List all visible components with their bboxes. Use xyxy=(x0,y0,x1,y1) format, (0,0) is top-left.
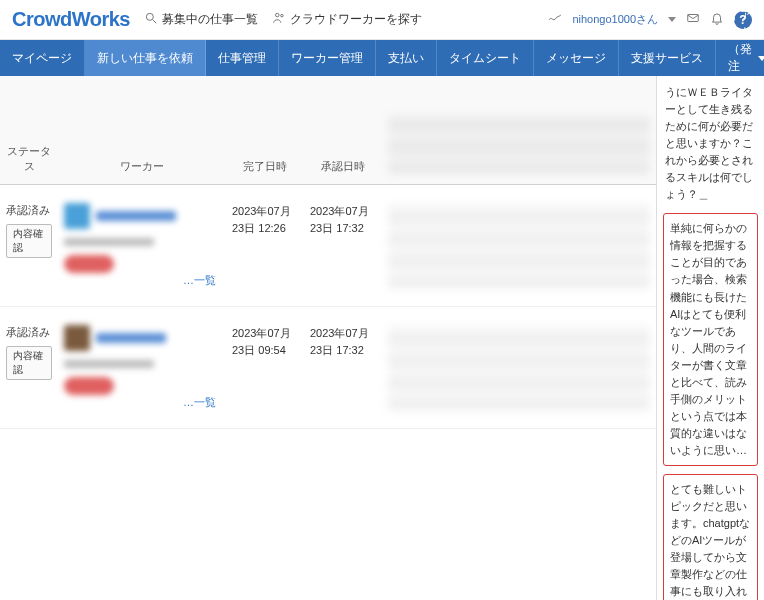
sidebar-answer-2: とても難しいトピックだと思います。chatgptなどのAIツールが登場してから文… xyxy=(663,474,758,600)
username[interactable]: nihongo1000さん xyxy=(572,12,658,27)
pill xyxy=(64,377,114,395)
cell-status: 承認済み 内容確認 xyxy=(0,185,58,306)
nav-new-job[interactable]: 新しい仕事を依頼 xyxy=(85,40,206,76)
confirm-button[interactable]: 内容確認 xyxy=(6,224,52,258)
table-row: 承認済み 内容確認 …一覧 2023年07月23日 12:26 2023年07月… xyxy=(0,185,656,307)
svg-point-0 xyxy=(146,13,153,20)
toplinks: 募集中の仕事一覧 クラウドワーカーを探す xyxy=(144,11,422,28)
table-header: ステータス ワーカー 完了日時 承認日時 xyxy=(0,76,656,185)
svg-point-2 xyxy=(275,13,279,17)
nav-worker-manage[interactable]: ワーカー管理 xyxy=(279,40,376,76)
avatar xyxy=(64,203,90,229)
sidebar-answer-1: 単純に何らかの情報を把握することが目的であった場合、検索機能にも長けたAIはとて… xyxy=(663,213,758,466)
cell-approved: 2023年07月23日 17:32 xyxy=(304,307,382,428)
th-rest xyxy=(382,76,656,184)
pill xyxy=(64,255,114,273)
cell-worker: …一覧 xyxy=(58,307,226,428)
table: ステータス ワーカー 完了日時 承認日時 承認済み 内容確認 …一覧 xyxy=(0,76,656,600)
nav-timesheet[interactable]: タイムシート xyxy=(437,40,534,76)
th-worker: ワーカー xyxy=(58,76,226,184)
person-icon xyxy=(272,11,286,28)
chevron-down-icon xyxy=(758,56,764,61)
logo[interactable]: CrowdWorks xyxy=(12,8,130,31)
svg-rect-4 xyxy=(688,15,699,22)
topbar-right: nihongo1000さん ? xyxy=(548,11,752,29)
find-workers-label: クラウドワーカーを探す xyxy=(290,11,422,28)
status-badge: 承認済み xyxy=(6,203,52,218)
list-link[interactable]: …一覧 xyxy=(183,274,216,286)
table-row: 承認済み 内容確認 …一覧 2023年07月23日 09:54 2023年07月… xyxy=(0,307,656,429)
cell-worker: …一覧 xyxy=(58,185,226,306)
mail-icon[interactable] xyxy=(686,11,700,28)
jobs-link-label: 募集中の仕事一覧 xyxy=(162,11,258,28)
cell-approved: 2023年07月23日 17:32 xyxy=(304,185,382,306)
status-badge: 承認済み xyxy=(6,325,52,340)
jobs-link[interactable]: 募集中の仕事一覧 xyxy=(144,11,258,28)
nav-job-manage[interactable]: 仕事管理 xyxy=(206,40,279,76)
nav-payment[interactable]: 支払い xyxy=(376,40,437,76)
wave-icon xyxy=(548,11,562,28)
cell-done: 2023年07月23日 09:54 xyxy=(226,307,304,428)
sidebar: うにＷＥＢライターとして生き残るために何が必要だと思いますか？これから必要とされ… xyxy=(656,76,764,600)
th-status: ステータス xyxy=(0,76,58,184)
nav-messages[interactable]: メッセージ xyxy=(534,40,619,76)
search-icon xyxy=(144,11,158,28)
confirm-button[interactable]: 内容確認 xyxy=(6,346,52,380)
th-approved: 承認日時 xyxy=(304,76,382,184)
nav-client-menu[interactable]: クライアント（発注者）メニュー xyxy=(716,40,764,76)
topbar: CrowdWorks 募集中の仕事一覧 クラウドワーカーを探す nihongo1… xyxy=(0,0,764,40)
nav-support[interactable]: 支援サービス xyxy=(619,40,716,76)
find-workers-link[interactable]: クラウドワーカーを探す xyxy=(272,11,422,28)
svg-point-3 xyxy=(281,14,284,17)
svg-line-1 xyxy=(153,20,157,24)
cell-status: 承認済み 内容確認 xyxy=(0,307,58,428)
th-done: 完了日時 xyxy=(226,76,304,184)
chevron-down-icon[interactable] xyxy=(668,17,676,22)
list-link[interactable]: …一覧 xyxy=(183,396,216,408)
cell-rest xyxy=(382,307,656,428)
bell-icon[interactable] xyxy=(710,11,724,28)
nav-mypage[interactable]: マイページ xyxy=(0,40,85,76)
sidebar-note-top: うにＷＥＢライターとして生き残るために何が必要だと思いますか？これから必要とされ… xyxy=(663,82,758,205)
content: ステータス ワーカー 完了日時 承認日時 承認済み 内容確認 …一覧 xyxy=(0,76,764,600)
navbar: マイページ 新しい仕事を依頼 仕事管理 ワーカー管理 支払い タイムシート メッ… xyxy=(0,40,764,76)
cell-done: 2023年07月23日 12:26 xyxy=(226,185,304,306)
avatar xyxy=(64,325,90,351)
cell-rest xyxy=(382,185,656,306)
